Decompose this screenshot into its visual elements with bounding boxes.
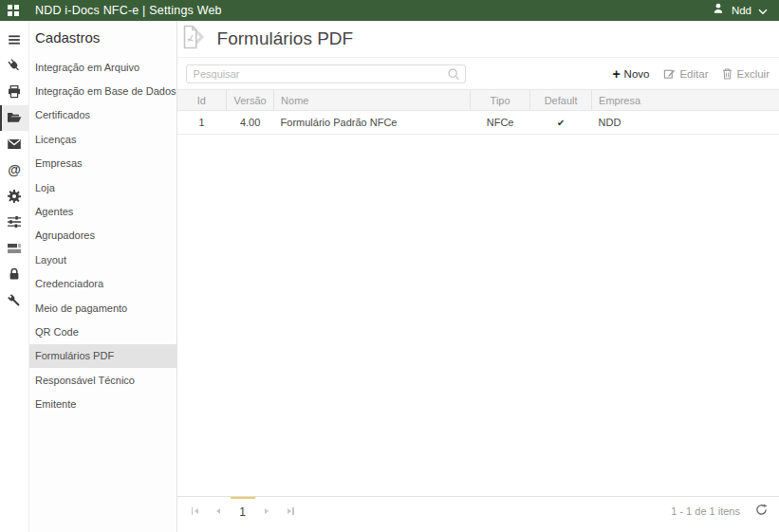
pager-current-page[interactable]: 1 — [231, 497, 255, 524]
col-header-nome[interactable]: Nome — [274, 90, 471, 111]
col-header-id[interactable]: Id — [177, 90, 227, 111]
trash-icon — [722, 67, 733, 82]
app-title: NDD i-Docs NFC-e | Settings Web — [35, 4, 222, 17]
search-icon — [447, 67, 460, 84]
next-page-icon — [265, 508, 269, 514]
col-header-versao[interactable]: Versão — [227, 90, 274, 111]
col-header-default[interactable]: Default — [530, 90, 592, 111]
page-title: Formulários PDF — [217, 28, 354, 49]
toolbar: + Novo Editar Excluir — [177, 58, 779, 86]
col-header-empresa[interactable]: Empresa — [592, 90, 779, 111]
first-page-icon — [192, 507, 194, 515]
top-bar: NDD i-Docs NFC-e | Settings Web Ndd — [0, 0, 779, 21]
sidebar-item-agrupadores[interactable]: Agrupadores — [29, 224, 176, 248]
prev-page-icon — [216, 508, 220, 514]
check-icon: ✔ — [557, 118, 565, 128]
grid-square — [14, 11, 19, 16]
pager-last-button[interactable] — [279, 497, 303, 524]
edit-icon — [663, 67, 676, 82]
pager-first-button[interactable] — [183, 497, 207, 524]
at-glyph: @ — [8, 163, 21, 176]
grid-header-row: Id Versão Nome Tipo Default Empresa — [177, 90, 779, 111]
table-row[interactable]: 1 4.00 Formulário Padrão NFCe NFCe ✔ NDD — [177, 111, 779, 135]
cell-empresa: NDD — [592, 111, 779, 135]
pager-prev-button[interactable] — [207, 497, 231, 524]
user-menu[interactable]: Ndd — [712, 2, 768, 19]
delete-button-label: Excluir — [736, 68, 770, 80]
cell-nome: Formulário Padrão NFCe — [274, 111, 471, 135]
pager-summary: 1 - 1 de 1 itens — [671, 505, 740, 517]
app-window: NDD i-Docs NFC-e | Settings Web Ndd — [0, 0, 779, 532]
last-page-icon — [292, 507, 294, 515]
col-header-tipo[interactable]: Tipo — [471, 90, 530, 111]
pdf-page-icon — [180, 24, 209, 54]
sidebar-item-certificados[interactable]: Certificados — [29, 103, 176, 127]
refresh-icon — [755, 504, 768, 519]
first-page-icon — [195, 508, 198, 514]
search-box — [186, 64, 466, 83]
sidebar-item-responsavel-tecnico[interactable]: Responsável Técnico — [29, 368, 176, 392]
cell-default: ✔ — [530, 111, 592, 135]
server-icon[interactable] — [0, 235, 28, 262]
wrench-icon[interactable] — [0, 287, 28, 314]
gear-icon[interactable] — [0, 183, 28, 210]
grid-square — [8, 5, 12, 9]
sidebar-item-formularios-pdf[interactable]: Formulários PDF — [29, 344, 176, 368]
envelope-icon[interactable] — [0, 131, 28, 157]
sidebar-item-integracao-base-dados[interactable]: Integração em Base de Dados — [29, 79, 176, 102]
sliders-icon[interactable] — [0, 210, 28, 236]
app-grid-icon[interactable] — [8, 5, 19, 16]
sidebar-item-integracao-arquivo[interactable]: Integração em Arquivo — [29, 55, 176, 79]
sidebar: Cadastros Integração em Arquivo Integraç… — [29, 21, 177, 532]
grid-square — [14, 5, 19, 9]
pager-next-button[interactable] — [255, 497, 279, 524]
new-button[interactable]: + Novo — [612, 67, 649, 81]
module-icon-strip: @ — [0, 21, 29, 532]
body: @ Cadastros Integração em Arquivo Integr… — [0, 21, 779, 532]
lock-icon[interactable] — [0, 262, 28, 288]
main-content: Formulários PDF + Novo — [177, 21, 779, 532]
user-icon — [712, 2, 725, 19]
cell-versao: 4.00 — [227, 111, 274, 135]
refresh-button[interactable] — [755, 504, 768, 519]
sidebar-item-licencas[interactable]: Licenças — [29, 127, 176, 151]
grid-actions: + Novo Editar Excluir — [612, 67, 770, 82]
forms-grid: Id Versão Nome Tipo Default Empresa 1 4.… — [177, 89, 779, 135]
sidebar-heading: Cadastros — [35, 29, 176, 46]
sidebar-item-qr-code[interactable]: QR Code — [29, 320, 176, 343]
printer-icon[interactable] — [0, 79, 28, 105]
cell-id: 1 — [177, 111, 227, 135]
new-button-label: Novo — [624, 68, 650, 80]
menu-icon[interactable] — [0, 27, 28, 53]
delete-button[interactable]: Excluir — [722, 67, 770, 82]
sidebar-item-layout[interactable]: Layout — [29, 248, 176, 271]
chevron-down-icon — [758, 2, 768, 19]
cell-tipo: NFCe — [471, 111, 530, 135]
user-name: Ndd — [732, 5, 751, 16]
sidebar-item-agentes[interactable]: Agentes — [29, 199, 176, 223]
page-title-bar: Formulários PDF — [177, 21, 779, 58]
folder-open-icon[interactable] — [0, 105, 28, 132]
pager: 1 1 - 1 de 1 itens — [177, 496, 779, 524]
grid-empty-area — [177, 135, 779, 496]
grid-square — [8, 11, 12, 16]
search-input[interactable] — [186, 64, 466, 83]
sidebar-item-loja[interactable]: Loja — [29, 175, 176, 199]
last-page-icon — [287, 508, 291, 514]
edit-button-label: Editar — [679, 68, 708, 80]
sidebar-item-credenciadora[interactable]: Credenciadora — [29, 272, 176, 296]
sidebar-item-emitente[interactable]: Emitente — [29, 392, 176, 415]
plus-icon: + — [612, 67, 620, 81]
at-sign-icon[interactable]: @ — [0, 157, 28, 184]
edit-button[interactable]: Editar — [663, 67, 708, 82]
sidebar-item-empresas[interactable]: Empresas — [29, 152, 176, 175]
plug-icon[interactable] — [0, 53, 28, 80]
sidebar-item-meio-pagamento[interactable]: Meio de pagamento — [29, 296, 176, 320]
